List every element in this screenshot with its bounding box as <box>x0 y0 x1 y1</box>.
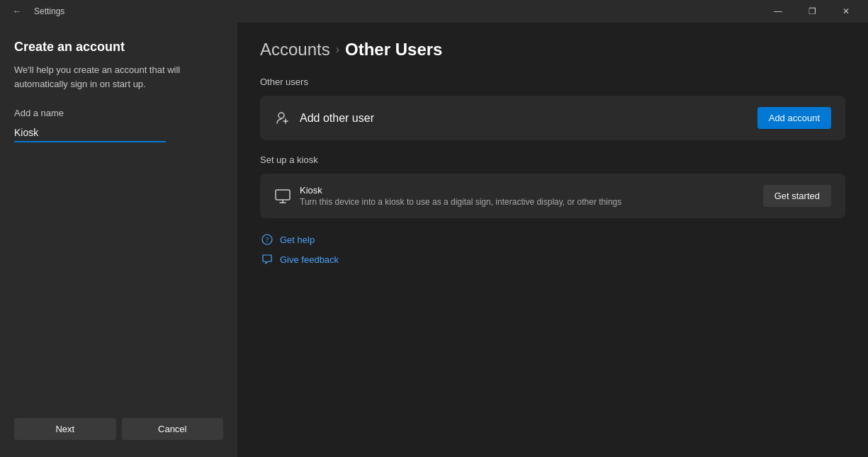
kiosk-section: Set up a kiosk Kiosk Turn this device in… <box>260 154 845 218</box>
give-feedback-icon <box>260 252 274 266</box>
get-help-link[interactable]: ? Get help <box>260 232 845 247</box>
back-icon: ← <box>13 6 21 16</box>
minimize-icon: — <box>774 6 782 16</box>
create-account-title: Create an account <box>14 40 223 55</box>
form-actions: Next Cancel <box>14 418 223 440</box>
titlebar-left: ← Settings <box>6 0 64 23</box>
window-controls: — ❐ ✕ <box>762 0 862 23</box>
titlebar-title: Settings <box>34 6 64 16</box>
minimize-button[interactable]: — <box>762 0 794 23</box>
titlebar: ← Settings — ❐ ✕ <box>0 0 868 23</box>
give-feedback-link[interactable]: Give feedback <box>260 252 845 266</box>
cancel-button[interactable]: Cancel <box>122 418 224 440</box>
kiosk-icon <box>274 188 291 205</box>
kiosk-title: Kiosk <box>300 185 621 196</box>
other-users-section: Other users Add other user <box>260 77 845 140</box>
other-users-title: Other users <box>260 77 845 87</box>
breadcrumb-accounts[interactable]: Accounts <box>260 40 330 60</box>
give-feedback-label: Give feedback <box>280 254 339 265</box>
sidebar: 👤 admin Local Account Create an account … <box>0 23 237 457</box>
add-other-user-card: Add other user Add account <box>260 96 845 140</box>
kiosk-desc: Turn this device into a kiosk to use as … <box>300 197 621 207</box>
svg-rect-3 <box>276 190 290 200</box>
kiosk-card: Kiosk Turn this device into a kiosk to u… <box>260 174 845 218</box>
get-help-icon: ? <box>260 232 274 247</box>
restore-icon: ❐ <box>808 6 816 16</box>
name-input[interactable] <box>14 124 166 142</box>
breadcrumb-current: Other Users <box>345 40 442 60</box>
breadcrumb-separator: › <box>336 43 339 56</box>
create-account-panel: Create an account We'll help you create … <box>0 23 237 457</box>
restore-button[interactable]: ❐ <box>796 0 828 23</box>
card-left: Add other user <box>274 110 374 127</box>
create-account-description: We'll help you create an account that wi… <box>14 63 223 91</box>
name-label: Add a name <box>14 108 223 118</box>
kiosk-card-left: Kiosk Turn this device into a kiosk to u… <box>274 185 621 207</box>
help-links: ? Get help Give feedback <box>260 232 845 266</box>
back-button[interactable]: ← <box>6 0 28 23</box>
app-body: 👤 admin Local Account Create an account … <box>0 23 868 457</box>
svg-point-0 <box>278 113 284 118</box>
content-area: Accounts › Other Users Other users <box>237 23 868 457</box>
add-other-user-label: Add other user <box>300 112 374 125</box>
kiosk-card-text: Kiosk Turn this device into a kiosk to u… <box>300 185 621 207</box>
add-user-icon <box>274 110 291 127</box>
get-help-label: Get help <box>280 235 315 245</box>
next-button[interactable]: Next <box>14 418 116 440</box>
close-button[interactable]: ✕ <box>830 0 862 23</box>
get-started-button[interactable]: Get started <box>763 185 831 207</box>
add-account-button[interactable]: Add account <box>757 107 831 129</box>
svg-text:?: ? <box>266 236 269 244</box>
kiosk-section-title: Set up a kiosk <box>260 154 845 165</box>
close-icon: ✕ <box>842 6 850 16</box>
breadcrumb: Accounts › Other Users <box>260 40 845 60</box>
